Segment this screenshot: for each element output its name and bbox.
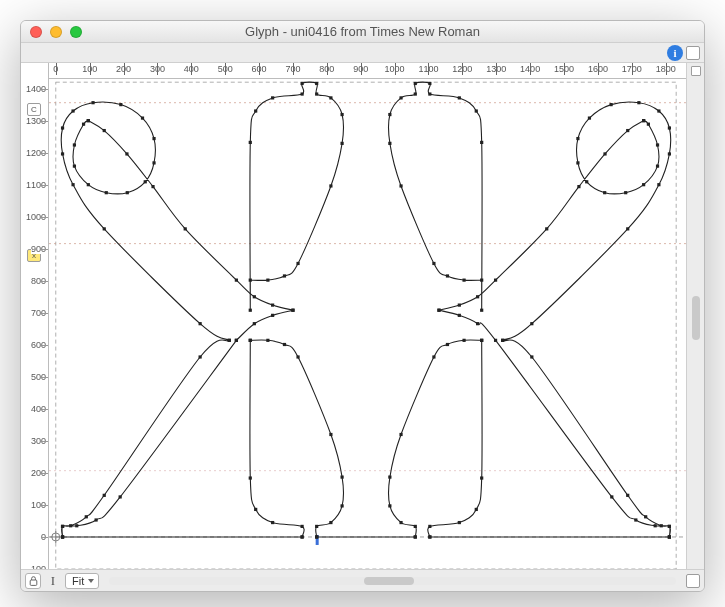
info-button[interactable]: i [667, 45, 683, 61]
svg-rect-25 [125, 152, 128, 155]
svg-rect-170 [30, 580, 37, 585]
svg-rect-78 [388, 504, 391, 507]
svg-rect-159 [388, 142, 391, 145]
svg-rect-118 [647, 123, 650, 126]
corner-grip[interactable] [686, 574, 700, 588]
editor-body: 0100200300400500600700800900100011001200… [21, 63, 704, 569]
svg-rect-101 [530, 322, 533, 325]
window-title: Glyph - uni0416 from Times New Roman [21, 24, 704, 39]
svg-rect-33 [105, 191, 108, 194]
svg-rect-22 [235, 279, 238, 282]
horizontal-scrollbar-thumb[interactable] [364, 577, 414, 585]
svg-rect-31 [73, 165, 76, 168]
svg-rect-35 [144, 180, 147, 183]
svg-rect-140 [254, 109, 257, 112]
svg-rect-73 [315, 535, 318, 538]
svg-rect-149 [329, 184, 332, 187]
svg-rect-89 [428, 525, 431, 528]
svg-rect-52 [69, 524, 72, 527]
zoom-select[interactable]: Fit [65, 573, 99, 589]
vertical-scrollbar-thumb[interactable] [692, 296, 700, 340]
horizontal-scrollbar[interactable] [109, 577, 676, 585]
svg-rect-53 [61, 525, 64, 528]
svg-rect-156 [446, 274, 449, 277]
glyph-canvas[interactable] [49, 79, 686, 569]
svg-rect-81 [432, 355, 435, 358]
svg-rect-29 [82, 123, 85, 126]
svg-rect-83 [462, 339, 465, 342]
minimize-icon[interactable] [50, 26, 62, 38]
svg-rect-95 [660, 524, 663, 527]
svg-rect-30 [73, 143, 76, 146]
svg-rect-42 [61, 126, 64, 129]
svg-rect-120 [642, 119, 645, 122]
svg-rect-121 [626, 129, 629, 132]
svg-rect-106 [657, 109, 660, 112]
svg-rect-158 [399, 184, 402, 187]
svg-rect-165 [428, 92, 431, 95]
svg-rect-143 [301, 82, 304, 85]
svg-rect-50 [103, 494, 106, 497]
window-controls [21, 26, 82, 38]
svg-rect-162 [414, 92, 417, 95]
svg-rect-68 [340, 475, 343, 478]
svg-rect-157 [432, 262, 435, 265]
svg-rect-141 [271, 96, 274, 99]
svg-rect-55 [61, 535, 64, 538]
svg-rect-51 [85, 515, 88, 518]
svg-rect-65 [283, 343, 286, 346]
svg-rect-133 [610, 495, 613, 498]
svg-rect-145 [315, 92, 318, 95]
text-tool-icon[interactable]: I [45, 573, 61, 589]
svg-rect-127 [458, 304, 461, 307]
svg-rect-136 [668, 525, 671, 528]
svg-rect-85 [480, 339, 483, 342]
svg-rect-77 [399, 521, 402, 524]
svg-rect-142 [301, 92, 304, 95]
close-icon[interactable] [30, 26, 42, 38]
svg-rect-163 [414, 82, 417, 85]
svg-rect-113 [603, 191, 606, 194]
svg-rect-117 [656, 143, 659, 146]
svg-rect-63 [249, 339, 252, 342]
svg-rect-126 [476, 295, 479, 298]
svg-rect-19 [291, 309, 294, 312]
canvas-area: 0100200300400500600700800900100011001200… [21, 63, 686, 569]
zoom-value: Fit [72, 575, 84, 587]
glyph-editor-window: Glyph - uni0416 from Times New Roman i 0… [20, 20, 705, 592]
svg-rect-13 [119, 495, 122, 498]
svg-rect-102 [626, 227, 629, 230]
svg-rect-104 [668, 152, 671, 155]
ruler-horizontal[interactable]: 0100200300400500600700800900100011001200… [21, 63, 686, 79]
lock-button[interactable] [25, 573, 41, 589]
svg-rect-88 [458, 521, 461, 524]
svg-rect-12 [94, 518, 97, 521]
svg-rect-16 [253, 322, 256, 325]
svg-rect-116 [656, 165, 659, 168]
svg-rect-166 [458, 96, 461, 99]
ruler-vertical[interactable]: C x 140013001200110010009008007006005004… [21, 63, 49, 569]
cap-height-marker[interactable]: C [27, 103, 41, 116]
svg-rect-144 [315, 82, 318, 85]
svg-rect-153 [249, 279, 252, 282]
svg-rect-48 [228, 339, 231, 342]
svg-rect-129 [437, 309, 440, 312]
svg-rect-0 [56, 82, 676, 569]
svg-rect-148 [340, 142, 343, 145]
svg-rect-15 [235, 339, 238, 342]
toolbar-toggle-button[interactable] [686, 46, 700, 60]
svg-rect-11 [75, 524, 78, 527]
zoom-icon[interactable] [70, 26, 82, 38]
svg-rect-135 [654, 524, 657, 527]
header-toolbar: i [21, 43, 704, 63]
titlebar[interactable]: Glyph - uni0416 from Times New Roman [21, 21, 704, 43]
svg-rect-105 [668, 126, 671, 129]
svg-rect-98 [530, 355, 533, 358]
svg-rect-76 [414, 525, 417, 528]
svg-rect-60 [254, 508, 257, 511]
svg-rect-66 [296, 355, 299, 358]
svg-rect-168 [480, 141, 483, 144]
svg-rect-151 [283, 274, 286, 277]
svg-rect-123 [577, 185, 580, 188]
layer-toggle-button[interactable] [691, 66, 701, 76]
